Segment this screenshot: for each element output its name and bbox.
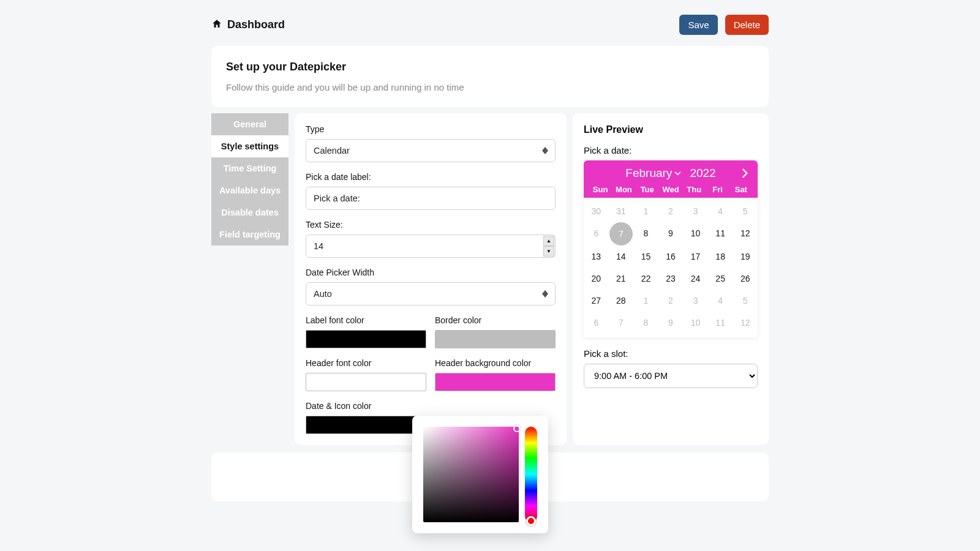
calendar-day-other[interactable]: 3 — [683, 290, 708, 312]
calendar-day[interactable]: 27 — [584, 290, 609, 312]
calendar-day[interactable]: 10 — [683, 222, 708, 246]
calendar-next-button[interactable] — [742, 168, 748, 178]
calendar-day[interactable]: 15 — [633, 246, 658, 268]
sidebar-item-field-targeting[interactable]: Field targeting — [211, 223, 288, 246]
calendar-day-other[interactable]: 7 — [609, 312, 634, 334]
slot-select[interactable]: 9:00 AM - 6:00 PM — [584, 364, 758, 388]
label-font-color-swatch[interactable] — [306, 330, 426, 348]
calendar-day[interactable]: 25 — [708, 268, 733, 290]
calendar-day-other[interactable]: 11 — [708, 312, 733, 334]
text-size-step-up[interactable]: ▲ — [543, 236, 554, 246]
calendar-day[interactable]: 16 — [658, 246, 684, 268]
header-font-color-label: Header font color — [306, 358, 426, 368]
calendar-day-other[interactable]: 6 — [584, 312, 609, 334]
preview-pick-slot-label: Pick a slot: — [584, 348, 758, 359]
header-font-color-swatch[interactable] — [306, 373, 426, 391]
calendar-month: February — [625, 167, 672, 180]
home-icon — [211, 18, 222, 32]
calendar-day[interactable]: 18 — [708, 246, 733, 268]
calendar-day-other[interactable]: 1 — [633, 290, 658, 312]
calendar-day-selected[interactable]: 7 — [609, 222, 633, 246]
calendar-day[interactable]: 23 — [658, 268, 684, 290]
chevron-down-icon — [674, 171, 681, 176]
text-size-input[interactable] — [306, 234, 556, 258]
calendar-day-other[interactable]: 4 — [708, 200, 733, 222]
calendar-day-other[interactable]: 9 — [658, 312, 684, 334]
calendar-day[interactable]: 26 — [733, 268, 758, 290]
preview-title: Live Preview — [584, 124, 758, 135]
calendar-month-select[interactable]: February — [625, 167, 681, 180]
calendar-day[interactable]: 17 — [683, 246, 708, 268]
calendar-dow-cell: Mon — [612, 185, 635, 194]
color-picker-popover — [412, 416, 548, 533]
brand-title: Dashboard — [227, 18, 285, 31]
width-select[interactable]: Auto — [306, 282, 556, 305]
page-header: Dashboard Save Delete — [211, 15, 769, 35]
calendar-day-other[interactable]: 2 — [658, 200, 684, 222]
header-bg-color-swatch[interactable] — [435, 373, 556, 391]
live-preview-panel: Live Preview Pick a date: February 2022 — [573, 113, 769, 445]
preview-pick-date-label: Pick a date: — [584, 145, 758, 156]
save-button[interactable]: Save — [679, 15, 717, 35]
calendar-day[interactable]: 8 — [633, 222, 658, 246]
sidebar-item-style-settings[interactable]: Style settings — [211, 135, 288, 157]
date-icon-color-swatch[interactable] — [306, 416, 426, 434]
date-label-input[interactable] — [306, 187, 556, 210]
chevron-right-icon — [742, 168, 748, 178]
calendar-day[interactable]: 9 — [658, 222, 684, 246]
calendar-day[interactable]: 22 — [633, 268, 658, 290]
hue-slider[interactable] — [525, 427, 537, 522]
calendar-dow-cell: Tue — [636, 185, 659, 194]
calendar-dow-cell: Thu — [682, 185, 706, 194]
calendar-day-other[interactable]: 5 — [733, 200, 758, 222]
saturation-value-panel[interactable] — [423, 427, 519, 522]
calendar-dow-row: SunMonTueWedThuFriSat — [589, 185, 753, 198]
sidebar-item-general[interactable]: General — [211, 113, 288, 135]
date-label-label: Pick a date label: — [306, 172, 556, 182]
sidebar-item-disable-dates[interactable]: Disable dates — [211, 201, 288, 223]
calendar-day-other[interactable]: 1 — [633, 200, 658, 222]
calendar-day-other[interactable]: 3 — [683, 200, 708, 222]
calendar-day-other[interactable]: 30 — [584, 200, 609, 222]
settings-sidebar: General Style settings Time Setting Avai… — [211, 113, 288, 445]
style-settings-panel: Type Calendar Pick a date label: Text Si… — [295, 113, 567, 445]
calendar-grid: 3031123456789101112131415161718192021222… — [584, 198, 758, 337]
header-actions: Save Delete — [679, 15, 769, 35]
brand[interactable]: Dashboard — [211, 18, 285, 32]
border-color-swatch[interactable] — [435, 330, 556, 348]
calendar-year[interactable]: 2022 — [690, 167, 715, 180]
calendar-day-other[interactable]: 5 — [733, 290, 758, 312]
calendar-day[interactable]: 12 — [733, 222, 758, 246]
calendar-day-other[interactable]: 6 — [584, 222, 609, 246]
calendar-day-other[interactable]: 31 — [609, 200, 634, 222]
calendar-day[interactable]: 13 — [584, 246, 609, 268]
delete-button[interactable]: Delete — [725, 15, 769, 35]
sv-handle[interactable] — [513, 425, 521, 432]
calendar-day-other[interactable]: 2 — [658, 290, 684, 312]
text-size-label: Text Size: — [306, 220, 556, 230]
calendar-day-other[interactable]: 10 — [683, 312, 708, 334]
intro-card: Set up your Datepicker Follow this guide… — [211, 46, 769, 107]
calendar-day-other[interactable]: 4 — [708, 290, 733, 312]
calendar-day[interactable]: 14 — [609, 246, 634, 268]
calendar-day-other[interactable]: 12 — [733, 312, 758, 334]
hue-handle[interactable] — [526, 516, 536, 526]
intro-subtitle: Follow this guide and you will be up and… — [226, 82, 754, 92]
text-size-step-down[interactable]: ▼ — [543, 246, 554, 257]
calendar-day[interactable]: 21 — [609, 268, 634, 290]
calendar-dow-cell: Fri — [706, 185, 729, 194]
label-font-color-label: Label font color — [306, 315, 426, 325]
calendar-day[interactable]: 20 — [584, 268, 609, 290]
calendar-day[interactable]: 24 — [683, 268, 708, 290]
width-label: Date Picker Width — [306, 268, 556, 277]
calendar-day[interactable]: 28 — [609, 290, 634, 312]
type-select[interactable]: Calendar — [306, 139, 556, 162]
calendar-day[interactable]: 19 — [733, 246, 758, 268]
sidebar-item-time-setting[interactable]: Time Setting — [211, 157, 288, 179]
calendar-day-other[interactable]: 8 — [633, 312, 658, 334]
sidebar-item-available-days[interactable]: Available days — [211, 179, 288, 201]
intro-title: Set up your Datepicker — [226, 61, 754, 73]
calendar-dow-cell: Sun — [589, 185, 612, 194]
calendar-day[interactable]: 11 — [708, 222, 733, 246]
calendar-dow-cell: Sat — [729, 185, 753, 194]
